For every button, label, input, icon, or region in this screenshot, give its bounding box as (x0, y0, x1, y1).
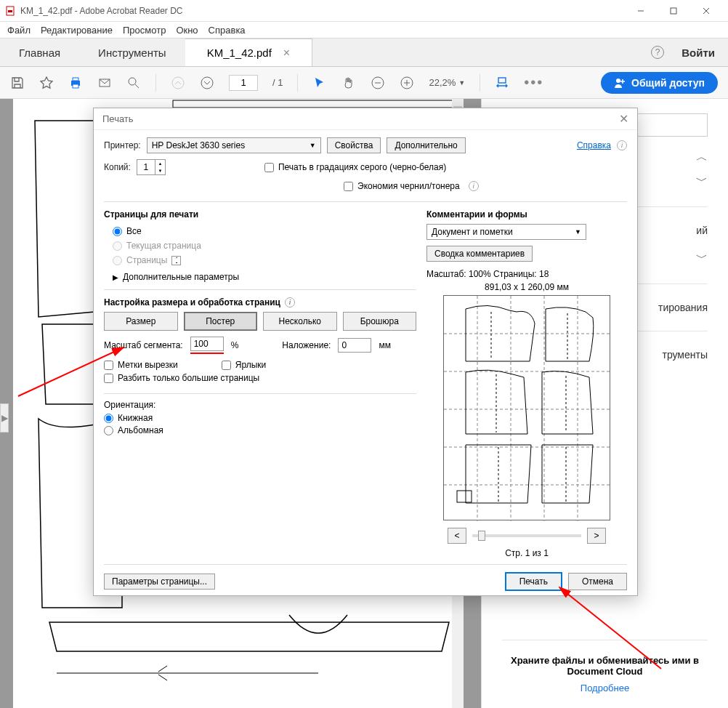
panel-toggle-left[interactable]: ▶ (0, 403, 9, 433)
search-icon[interactable] (126, 76, 141, 90)
hand-icon[interactable] (341, 76, 356, 90)
page-up-icon[interactable] (171, 76, 185, 90)
comments-section-title: Комментарии и формы (426, 209, 627, 220)
tab-document[interactable]: KM_1_42.pdf × (185, 39, 313, 66)
orientation-label: Ориентация: (104, 400, 416, 410)
cutmarks-checkbox[interactable] (104, 361, 113, 370)
separator (297, 74, 298, 92)
radio-portrait[interactable] (104, 414, 113, 423)
help-link[interactable]: Справка (577, 140, 611, 150)
menu-view[interactable]: Просмотр (123, 25, 166, 36)
svg-rect-7 (73, 78, 78, 81)
preview-prev[interactable]: < (448, 528, 466, 544)
scale-input[interactable] (190, 337, 224, 351)
poster-button[interactable]: Постер (184, 312, 258, 331)
menu-window[interactable]: Окно (176, 25, 198, 36)
zoom-in-icon[interactable] (400, 76, 414, 90)
preview-page-label: Стр. 1 из 1 (426, 548, 627, 558)
print-icon[interactable] (68, 76, 83, 90)
print-dialog: Печать ✕ Принтер: HP DeskJet 3630 series… (93, 108, 638, 596)
info-icon[interactable]: i (469, 181, 479, 191)
tab-tools[interactable]: Инструменты (79, 39, 185, 66)
copies-label: Копий: (104, 162, 131, 172)
menu-edit[interactable]: Редактирование (41, 25, 113, 36)
pdf-icon (6, 6, 16, 16)
zoom-out-icon[interactable] (371, 76, 385, 90)
svg-point-13 (201, 77, 213, 89)
svg-rect-1 (8, 10, 12, 12)
ink-checkbox[interactable] (344, 182, 353, 191)
copies-spinner[interactable]: ▲▼ (137, 159, 166, 175)
dialog-close-icon[interactable]: ✕ (619, 112, 628, 126)
chevron-down-icon[interactable]: ﹀ (696, 251, 708, 266)
menubar: Файл Редактирование Просмотр Окно Справк… (0, 22, 728, 38)
svg-rect-8 (73, 84, 78, 88)
overlap-label: Наложение: (282, 340, 331, 350)
footer-link[interactable]: Подробнее (502, 683, 708, 693)
separator (155, 74, 156, 92)
size-section-title: Настройка размера и обработка страницi (104, 297, 416, 307)
share-label: Общий доступ (631, 77, 705, 89)
properties-button[interactable]: Свойства (327, 137, 381, 153)
more-params-disclosure[interactable]: ▶Дополнительные параметры (113, 272, 416, 282)
info-icon[interactable]: i (285, 297, 295, 307)
footer-title: Храните файлы и обменивайтесь ими вDocum… (502, 655, 708, 677)
minimize-button[interactable] (624, 0, 657, 22)
cancel-button[interactable]: Отмена (568, 573, 627, 590)
preview-dimensions: 891,03 x 1 260,09 мм (426, 282, 627, 292)
svg-rect-19 (498, 78, 506, 83)
page-setup-button[interactable]: Параметры страницы... (104, 574, 215, 590)
help-icon[interactable]: ? (651, 46, 664, 59)
info-icon[interactable]: i (617, 140, 627, 150)
star-icon[interactable] (39, 76, 54, 90)
person-plus-icon (614, 77, 626, 89)
radio-landscape[interactable] (104, 426, 113, 435)
svg-point-20 (616, 79, 620, 83)
tab-close-icon[interactable]: × (283, 47, 290, 60)
overlap-input[interactable] (338, 338, 371, 353)
print-button[interactable]: Печать (505, 572, 562, 591)
comments-select[interactable]: Документ и пометки▼ (426, 224, 586, 240)
page-input[interactable] (229, 75, 258, 91)
chevron-down-icon[interactable]: ﹀ (696, 174, 708, 189)
multiple-button[interactable]: Несколько (263, 312, 337, 331)
dialog-title: Печать (102, 113, 134, 124)
scale-label: Масштаб сегмента: (104, 340, 183, 350)
mail-icon[interactable] (97, 76, 112, 90)
advanced-button[interactable]: Дополнительно (387, 137, 465, 153)
login-button[interactable]: Войти (682, 47, 715, 59)
share-button[interactable]: Общий доступ (601, 72, 718, 94)
svg-point-12 (172, 77, 184, 89)
more-icon[interactable]: ••• (524, 74, 543, 91)
summary-button[interactable]: Сводка комментариев (426, 246, 533, 262)
menu-help[interactable]: Справка (209, 25, 246, 36)
pointer-icon[interactable] (312, 76, 327, 90)
page-total: / 1 (272, 77, 283, 88)
window-titlebar: KM_1_42.pdf - Adobe Acrobat Reader DC (0, 0, 728, 22)
splitbig-checkbox[interactable] (104, 374, 113, 383)
size-button[interactable]: Размер (104, 312, 178, 331)
fit-width-icon[interactable] (495, 76, 509, 90)
radio-pages (113, 256, 122, 265)
svg-rect-3 (671, 8, 676, 14)
svg-rect-34 (457, 491, 472, 502)
chevron-up-icon[interactable]: ︿ (696, 150, 708, 165)
svg-rect-23 (173, 100, 456, 108)
maximize-button[interactable] (657, 0, 689, 22)
booklet-button[interactable]: Брошюра (343, 312, 417, 331)
svg-line-11 (135, 84, 139, 88)
close-button[interactable] (689, 0, 722, 22)
preview-next[interactable]: > (587, 528, 606, 544)
preview-slider[interactable] (472, 534, 581, 537)
page-down-icon[interactable] (200, 76, 214, 90)
grayscale-checkbox[interactable] (264, 163, 274, 172)
labels-checkbox[interactable] (222, 361, 231, 370)
save-icon[interactable] (10, 76, 25, 90)
menu-file[interactable]: Файл (7, 25, 31, 36)
radio-all[interactable] (113, 227, 122, 236)
printer-select[interactable]: HP DeskJet 3630 series▼ (147, 137, 321, 153)
zoom-level[interactable]: 22,2%▼ (429, 77, 465, 88)
tab-home[interactable]: Главная (0, 39, 79, 66)
pages-section-title: Страницы для печати (104, 209, 416, 220)
pages-input[interactable] (171, 256, 181, 265)
